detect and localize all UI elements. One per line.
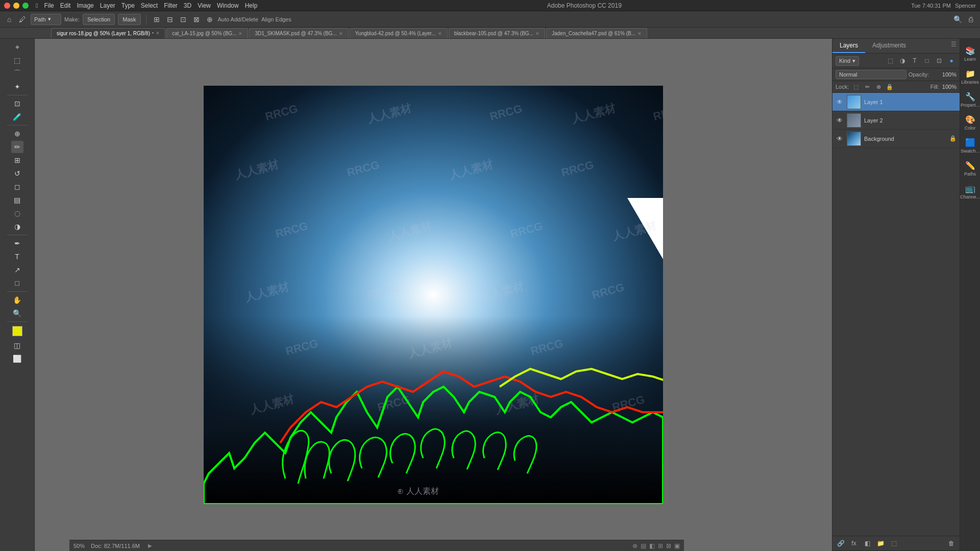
dodge-tool[interactable]: ◑ — [11, 220, 23, 233]
sidebar-item-paths[interactable]: ✏️ Paths — [961, 158, 979, 180]
tab-5-close[interactable]: ✕ — [638, 31, 642, 36]
icon-5[interactable]: ⊕ — [205, 14, 215, 24]
icon-2[interactable]: ⊟ — [165, 14, 175, 24]
move-tool[interactable]: ⌖ — [11, 41, 23, 53]
clone-tool[interactable]: ⊞ — [11, 154, 23, 166]
menu-3d[interactable]: 3D — [184, 2, 191, 9]
icon-4[interactable]: ⊠ — [191, 14, 202, 24]
filter-adj-icon[interactable]: ◑ — [897, 56, 908, 66]
menu-apple[interactable]:  — [36, 2, 38, 9]
filter-toggle[interactable]: ● — [946, 56, 957, 66]
canvas-area[interactable]: RRCG 人人素材 RRCG 人人素材 RRCG 人人素材 RRCG 人人素材 … — [35, 39, 832, 551]
layer-2-visibility[interactable]: 👁 — [836, 135, 844, 143]
sidebar-item-channels[interactable]: 📺 Channe... — [961, 181, 979, 203]
crop-tool[interactable]: ⊡ — [11, 97, 23, 110]
sidebar-item-libraries[interactable]: 📁 Libraries — [961, 66, 979, 88]
lock-artboard-icon[interactable]: ⊕ — [874, 83, 883, 91]
status-icon-3[interactable]: ◧ — [649, 542, 655, 549]
tab-5[interactable]: Jaden_Coachella47.psd @ 61% (B... ✕ — [546, 28, 647, 38]
tab-4-close[interactable]: ✕ — [535, 31, 540, 36]
tab-2-close[interactable]: ✕ — [339, 31, 343, 36]
status-icon-1[interactable]: ⊕ — [632, 542, 638, 549]
menu-window[interactable]: Window — [217, 2, 239, 9]
foreground-color[interactable] — [12, 326, 22, 336]
kind-dropdown[interactable]: Kind ▾ — [836, 56, 859, 66]
opacity-value[interactable]: 100% — [931, 71, 957, 78]
icon-3[interactable]: ⊡ — [178, 14, 188, 24]
history-brush-tool[interactable]: ↺ — [11, 167, 23, 180]
menu-help[interactable]: Help — [245, 2, 258, 9]
selection-button[interactable]: Selection — [83, 14, 115, 25]
tab-4[interactable]: blackbear-105.psd @ 47.3% (BG... ✕ — [449, 28, 545, 38]
search-icon[interactable]: 🔍 — [952, 14, 963, 24]
tab-0[interactable]: sigur ros-18.jpg @ 50% (Layer 1, RGB/8) … — [51, 28, 165, 38]
path-select-tool[interactable]: ↗ — [11, 264, 23, 276]
filter-smart-icon[interactable]: ⊡ — [934, 56, 944, 66]
tab-0-close[interactable]: ✕ — [156, 31, 160, 36]
menu-layer[interactable]: Layer — [100, 2, 115, 9]
status-icon-2[interactable]: ▤ — [641, 542, 646, 549]
tab-layers[interactable]: Layers — [832, 39, 865, 53]
link-layers-icon[interactable]: 🔗 — [836, 538, 846, 548]
sidebar-item-learn[interactable]: 📚 Learn — [961, 43, 979, 65]
quick-mask-tool[interactable]: ◫ — [11, 339, 23, 352]
eyedropper-tool[interactable]: 🧪 — [11, 111, 23, 123]
menu-filter[interactable]: Filter — [164, 2, 178, 9]
sidebar-item-swatches[interactable]: 🟦 Swatch... — [961, 135, 979, 157]
layer-item-1[interactable]: 👁 Layer 2 — [832, 111, 960, 130]
zoom-tool[interactable]: 🔍 — [11, 307, 23, 319]
tab-2[interactable]: 3D1_SKIMASK.psd @ 47.3% (BG... ✕ — [249, 28, 348, 38]
filter-shape-icon[interactable]: □ — [922, 56, 932, 66]
tab-3-close[interactable]: ✕ — [438, 31, 442, 36]
layer-item-0[interactable]: 👁 Layer 1 — [832, 93, 960, 111]
gradient-tool[interactable]: ▤ — [11, 194, 23, 206]
add-mask-icon[interactable]: ◧ — [862, 538, 872, 548]
lock-transparent-icon[interactable]: ⬚ — [852, 83, 860, 91]
menu-file[interactable]: File — [44, 2, 54, 9]
new-layer-icon[interactable]: ⬚ — [889, 538, 899, 548]
brush-tool[interactable]: ✏ — [11, 141, 23, 153]
tab-3[interactable]: Yungblud-42.psd @ 50.4% (Layer... ✕ — [350, 28, 448, 38]
close-button[interactable] — [4, 3, 10, 9]
layer-0-visibility[interactable]: 👁 — [836, 98, 844, 106]
tab-adjustments[interactable]: Adjustments — [865, 39, 913, 53]
new-group-icon[interactable]: 📁 — [875, 538, 886, 548]
menu-edit[interactable]: Edit — [60, 2, 71, 9]
filter-pixel-icon[interactable]: ⬚ — [885, 56, 895, 66]
pen-tool[interactable]: ✒ — [11, 237, 23, 249]
tab-1[interactable]: cat_LA-15.jpg @ 50% (BG... ✕ — [166, 28, 248, 38]
arrow-icon[interactable]: ▶ — [148, 543, 152, 548]
sidebar-item-color[interactable]: 🎨 Color — [961, 112, 979, 134]
tool-type-dropdown[interactable]: Path ▾ — [31, 14, 61, 25]
sidebar-item-properties[interactable]: 🔧 Propert... — [961, 89, 979, 111]
lasso-tool[interactable]: ⌒ — [11, 67, 23, 80]
menu-type[interactable]: Type — [121, 2, 135, 9]
layer-item-2[interactable]: 👁 Background 🔒 — [832, 130, 960, 148]
menu-image[interactable]: Image — [77, 2, 93, 9]
menu-select[interactable]: Select — [141, 2, 158, 9]
lock-image-icon[interactable]: ✏ — [863, 83, 871, 91]
status-icon-6[interactable]: ▣ — [674, 542, 680, 549]
share-icon[interactable]: ⎙ — [966, 14, 976, 24]
add-style-icon[interactable]: fx — [849, 538, 859, 548]
eraser-tool[interactable]: ◻ — [11, 181, 23, 193]
lock-all-icon[interactable]: 🔒 — [886, 83, 894, 91]
blend-mode-dropdown[interactable]: Normal — [836, 70, 906, 79]
shape-tool[interactable]: □ — [11, 277, 23, 289]
delete-layer-icon[interactable]: 🗑 — [946, 538, 957, 548]
icon-1[interactable]: ⊞ — [152, 14, 162, 24]
fill-value[interactable]: 100% — [942, 84, 957, 90]
status-icon-5[interactable]: ⊠ — [666, 542, 671, 549]
tab-1-close[interactable]: ✕ — [238, 31, 242, 36]
heal-tool[interactable]: ⊕ — [11, 128, 23, 140]
blur-tool[interactable]: ◌ — [11, 207, 23, 219]
home-icon[interactable]: ⌂ — [4, 14, 14, 24]
panel-menu-icon[interactable]: ☰ — [948, 39, 960, 53]
filter-type-icon[interactable]: T — [910, 56, 920, 66]
layer-1-visibility[interactable]: 👁 — [836, 116, 844, 124]
status-icon-4[interactable]: ⊞ — [658, 542, 663, 549]
mask-button[interactable]: Mask — [118, 14, 140, 25]
type-tool[interactable]: T — [11, 251, 23, 263]
screen-mode-tool[interactable]: ⬜ — [11, 353, 23, 365]
rect-select-tool[interactable]: ⬚ — [11, 54, 23, 66]
